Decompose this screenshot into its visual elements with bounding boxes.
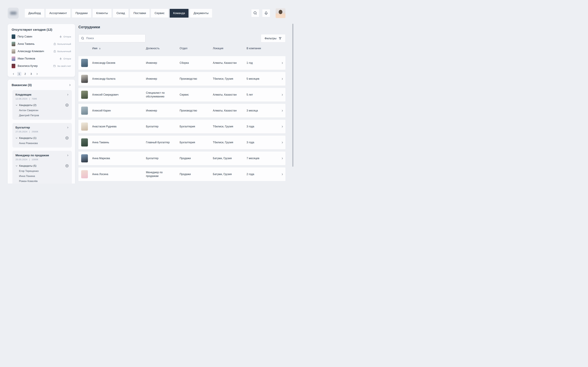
employee-location: Алматы, Казахстан [213, 61, 247, 65]
chevron-right-icon [67, 126, 69, 129]
candidate-name[interactable]: Анна Романова [19, 142, 69, 145]
employee-position: Бухгалтер [146, 157, 180, 160]
candidates-toggle[interactable]: Кандидаты (2) [16, 103, 69, 107]
column-header-name[interactable]: Имя [92, 47, 146, 50]
nav-tab[interactable]: Команда [170, 9, 189, 17]
nav-tab[interactable]: Ассортимент [46, 9, 70, 17]
pagination-page[interactable]: 1 [17, 72, 21, 76]
vacancy-title: Бухгалтер [16, 126, 30, 129]
candidate-name[interactable]: Инна Панина [19, 175, 69, 178]
vacancies-header[interactable]: Вакансии (3) [8, 83, 75, 87]
employee-position: Менеджер по продажам [146, 171, 180, 178]
employee-row[interactable]: Анастасия Руднева Бухгалтер Бухгалтерия … [78, 120, 285, 133]
column-header-department[interactable]: Отдел [180, 47, 213, 50]
candidates-toggle[interactable]: Кандидаты (1) [16, 136, 69, 140]
employee-row[interactable]: Анна Таквинь Главный бухгалтер Бухгалтер… [78, 136, 285, 149]
candidates-label: Кандидаты (5) [19, 164, 36, 167]
nav-tab[interactable]: Документы [190, 9, 212, 17]
absence-status-label: Отпуск [63, 57, 71, 60]
absent-list-item[interactable]: Петр Савин [12, 34, 71, 39]
nav-tab[interactable]: Сервис [151, 9, 168, 17]
company-logo [8, 8, 19, 19]
nav-tab[interactable]: Поставки [130, 9, 150, 17]
filters-button[interactable]: Фильтры [261, 34, 285, 42]
nav-tab[interactable]: Дашборд [25, 9, 44, 17]
employee-row[interactable]: Алексей Карин Инженер Производство Алмат… [78, 104, 285, 117]
chevron-down-icon [16, 137, 17, 139]
nav-tab[interactable]: Продажи [72, 9, 91, 17]
absence-status: Больничный [53, 42, 71, 45]
filters-label: Фильтры [265, 37, 277, 40]
chevron-right-icon [281, 157, 284, 160]
add-candidate-button[interactable] [65, 103, 69, 107]
add-candidate-button[interactable] [65, 136, 69, 140]
chevron-right-icon [281, 109, 284, 112]
page-scrollbar[interactable] [292, 24, 293, 167]
nav-tab-label: Сервис [155, 11, 164, 15]
candidates-label: Кандидаты (1) [19, 137, 36, 140]
employee-row[interactable]: Анна Лосина Менеджер по продажам Продажи… [78, 167, 285, 181]
vacancy-title-row[interactable]: Бухгалтер [16, 126, 69, 129]
chevron-right-icon [281, 78, 284, 80]
search-button[interactable] [251, 9, 259, 17]
absent-list-item[interactable]: Александр Климович [12, 49, 71, 53]
employee-name: Алексей Карин [92, 109, 146, 113]
employee-row[interactable]: Алексей Свиридович Специалист по обслужи… [78, 88, 285, 101]
absent-list-item[interactable]: Анна Таквинь [12, 42, 71, 46]
employee-tenure: 2 года [247, 173, 279, 176]
pagination-prev-icon[interactable] [12, 72, 15, 76]
vacancies-title: Вакансии (3) [12, 83, 32, 87]
absent-list-item[interactable]: Василиса Кучер [12, 64, 71, 68]
vacancy-title-row[interactable]: Кладовщик [16, 93, 69, 96]
nav-tab[interactable]: Клиенты [93, 9, 111, 17]
employee-tenure: 7 месяцев [247, 157, 279, 160]
employee-tenure: 1 год [247, 61, 279, 65]
employee-avatar [81, 107, 88, 115]
notifications-button[interactable] [262, 9, 270, 17]
chevron-right-icon [67, 94, 69, 96]
employee-name: Александр Евсеев [92, 61, 146, 65]
column-header-tenure[interactable]: В компании [247, 47, 279, 50]
nav-tab-label: Команда [173, 11, 185, 15]
pagination-page-number: 2 [25, 73, 26, 75]
nav-tab[interactable]: Склад [113, 9, 129, 17]
employee-name: Анна Таквинь [92, 141, 146, 144]
employee-department: Сервис [180, 93, 213, 97]
sick-leave-icon [53, 50, 56, 53]
employee-avatar [81, 75, 88, 83]
pagination-page-number: 1 [18, 73, 20, 75]
chevron-right-icon [281, 173, 284, 175]
search-input[interactable] [86, 37, 143, 40]
user-avatar[interactable] [276, 8, 285, 18]
employee-avatar [81, 154, 88, 162]
employee-row[interactable]: Александр Евсеев Инженер Сборка Алматы, … [78, 56, 285, 70]
pagination-page[interactable]: 2 [23, 72, 27, 76]
vacancy-title-row[interactable]: Менеджер по продажам [16, 154, 69, 157]
sick-leave-icon [53, 42, 56, 45]
candidate-name[interactable]: Роман Ковалёв [19, 180, 69, 183]
chevron-right-icon [281, 125, 284, 128]
candidate-name[interactable]: Егор Терещенко [19, 170, 69, 173]
employee-position: Инженер [146, 61, 180, 65]
avatar [12, 64, 15, 68]
employee-name: Алексей Свиридович [92, 93, 146, 97]
candidates-toggle[interactable]: Кандидаты (5) [16, 164, 69, 167]
employee-row[interactable]: Анна Маркова Бухгалтер Продажи Батуми, Г… [78, 151, 285, 165]
candidates-label: Кандидаты (2) [19, 104, 36, 107]
employee-location: Алматы, Казахстан [213, 93, 247, 97]
candidates-list: Егор ТерещенкоИнна ПанинаРоман Ковалёв [16, 170, 69, 183]
employee-position: Главный бухгалтер [146, 141, 180, 144]
employees-search [78, 34, 146, 42]
employee-avatar [81, 91, 88, 99]
employee-row[interactable]: Александр Калюга Инженер Производство Тб… [78, 72, 285, 86]
chevron-right-icon [69, 84, 71, 86]
candidate-name[interactable]: Антон Свирягин [19, 109, 69, 112]
add-candidate-button[interactable] [65, 164, 69, 167]
candidate-name[interactable]: Дмитрий Петров [19, 114, 69, 117]
chevron-down-icon [16, 104, 17, 106]
absent-list-item[interactable]: Иван Поляков [12, 56, 71, 61]
pagination-next-icon[interactable] [35, 72, 39, 76]
pagination-page[interactable]: 3 [29, 72, 33, 76]
column-header-position[interactable]: Должность [146, 47, 180, 50]
column-header-location[interactable]: Локация [213, 47, 247, 50]
